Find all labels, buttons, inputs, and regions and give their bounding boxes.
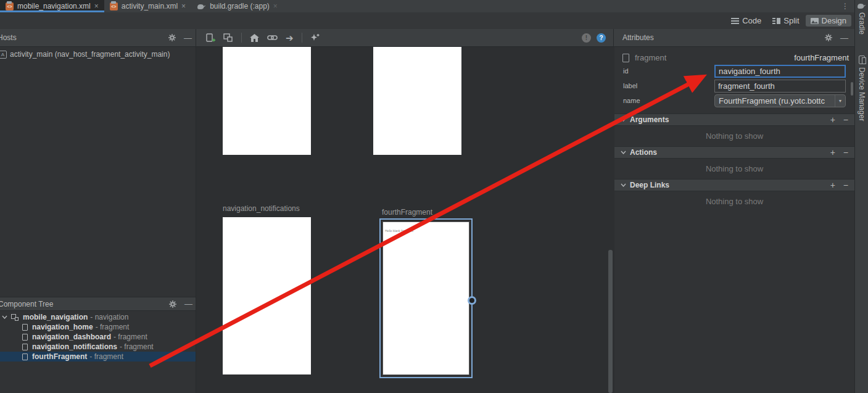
gradle-icon: [197, 3, 206, 10]
attribute-row-name: name FourthFragment (ru.yotc.bottc ▼: [614, 94, 854, 109]
close-icon[interactable]: ×: [273, 2, 278, 10]
destination-preview-dashboard[interactable]: [373, 47, 461, 155]
device-manager-icon[interactable]: [859, 56, 865, 64]
navigation-graph-icon: [11, 314, 19, 321]
design-view-label: Design: [822, 16, 846, 25]
chevron-down-icon: [621, 118, 626, 122]
xml-file-icon: <>: [6, 2, 14, 10]
assign-start-destination-icon[interactable]: [250, 34, 259, 42]
device-manager-tool-button[interactable]: Device Manager: [858, 67, 866, 121]
attributes-scrollbar[interactable]: [851, 82, 853, 96]
tab-label: build.gradle (:app): [210, 2, 270, 10]
action-handle[interactable]: [468, 296, 476, 305]
fragment-preview-content: Hello blank fragment: [382, 221, 469, 375]
action-arrow-icon[interactable]: ➔: [286, 33, 294, 43]
code-view-button[interactable]: Code: [726, 15, 766, 27]
deep-link-icon[interactable]: [267, 35, 278, 41]
destination-preview-notifications[interactable]: [223, 217, 311, 374]
gear-icon[interactable]: [168, 33, 176, 42]
tab-mobile-navigation[interactable]: <> mobile_navigation.xml ×: [0, 0, 104, 12]
attribute-row-id: id navigation_fourth: [614, 64, 854, 79]
add-destination-icon[interactable]: [206, 33, 215, 43]
destination-preview-fourth-selected[interactable]: Hello blank fragment: [379, 218, 473, 378]
tree-item-navigation-home[interactable]: navigation_home - fragment: [0, 322, 196, 332]
android-studio-window: <> mobile_navigation.xml × <> activity_m…: [0, 0, 868, 393]
fragment-icon: [22, 334, 28, 341]
host-item-activity-main[interactable]: A activity_main (nav_host_fragment_activ…: [0, 50, 196, 59]
tree-item-navigation-dashboard[interactable]: navigation_dashboard - fragment: [0, 332, 196, 342]
tab-build-gradle[interactable]: build.gradle (:app) ×: [191, 0, 283, 12]
right-tool-stripe: Gradle Device Manager: [854, 0, 868, 393]
hide-panel-icon[interactable]: —: [184, 300, 192, 308]
component-tree-title: Component Tree: [0, 300, 53, 308]
design-view-button[interactable]: Design: [806, 15, 851, 27]
tree-item-fourth-fragment[interactable]: fourthFragment - fragment: [0, 352, 196, 362]
deep-links-section-header[interactable]: Deep Links + −: [614, 179, 854, 191]
tree-item-type: - fragment: [120, 342, 154, 351]
nested-graph-icon[interactable]: [223, 33, 233, 42]
design-view-icon: [811, 18, 819, 24]
label-field-input[interactable]: fragment_fourth: [714, 80, 846, 93]
name-field-dropdown[interactable]: FourthFragment (ru.yotc.bottc ▼: [714, 94, 846, 107]
gradle-tool-button[interactable]: Gradle: [858, 12, 866, 35]
design-surface[interactable]: navigation_notifications fourthFragment …: [197, 47, 614, 393]
fragment-icon: [22, 344, 28, 350]
tree-item-name: navigation_dashboard: [32, 333, 111, 341]
actions-section-header[interactable]: Actions + −: [614, 146, 854, 159]
split-view-icon: [772, 18, 780, 24]
tree-item-type: - fragment: [96, 323, 130, 331]
tab-label: activity_main.xml: [122, 2, 178, 10]
hide-panel-icon[interactable]: —: [184, 34, 192, 42]
help-icon[interactable]: ?: [597, 33, 606, 43]
gradle-icon[interactable]: [857, 2, 866, 9]
host-item-label: activity_main (nav_host_fragment_activit…: [10, 50, 170, 59]
destination-label-fourth[interactable]: fourthFragment: [382, 208, 432, 217]
component-tree-header: Component Tree —: [0, 297, 196, 311]
attributes-panel: fragment fourthFragment id navigation_fo…: [614, 47, 854, 393]
auto-arrange-icon[interactable]: [310, 33, 320, 42]
add-icon[interactable]: +: [830, 148, 835, 157]
close-icon[interactable]: ×: [181, 2, 186, 10]
split-view-label: Split: [783, 16, 799, 25]
tree-item-navigation-notifications[interactable]: navigation_notifications - fragment: [0, 342, 196, 352]
code-view-icon: [731, 18, 739, 24]
tree-item-mobile-navigation[interactable]: mobile_navigation - navigation: [0, 312, 196, 322]
hide-panel-icon[interactable]: —: [840, 34, 848, 42]
destination-preview-home[interactable]: [223, 47, 311, 155]
canvas-vertical-scrollbar[interactable]: [608, 250, 613, 393]
tab-activity-main[interactable]: <> activity_main.xml ×: [104, 0, 191, 12]
attributes-panel-title: Attributes: [622, 33, 654, 42]
close-icon[interactable]: ×: [94, 2, 99, 10]
fragment-icon: [622, 54, 629, 62]
editor-tab-bar: <> mobile_navigation.xml × <> activity_m…: [0, 0, 854, 12]
remove-icon[interactable]: −: [843, 115, 848, 124]
destination-label-notifications[interactable]: navigation_notifications: [223, 204, 300, 213]
id-field-input[interactable]: navigation_fourth: [714, 65, 846, 78]
arguments-empty-text: Nothing to show: [614, 126, 854, 146]
remove-icon[interactable]: −: [843, 181, 848, 189]
actions-empty-text: Nothing to show: [614, 159, 854, 179]
id-field-label: id: [623, 67, 629, 75]
label-field-label: label: [623, 82, 637, 89]
editor-mode-toolbar: Code Split Design: [0, 12, 854, 29]
name-field-label: name: [623, 97, 640, 104]
tree-item-name: navigation_notifications: [32, 342, 117, 351]
xml-file-icon: <>: [110, 2, 118, 10]
chevron-down-icon[interactable]: [2, 315, 7, 319]
section-title: Actions: [630, 148, 657, 157]
hosts-panel-title: Hosts: [0, 33, 17, 42]
arguments-section-header[interactable]: Arguments + −: [614, 114, 854, 126]
add-icon[interactable]: +: [830, 115, 835, 124]
gear-icon[interactable]: [824, 33, 833, 42]
preview-hello-text: Hello blank fragment: [385, 229, 413, 233]
split-view-button[interactable]: Split: [767, 15, 804, 27]
errors-icon[interactable]: !: [582, 33, 591, 43]
hosts-panel-header: Hosts —: [0, 29, 196, 46]
component-type: fragment: [635, 53, 666, 62]
remove-icon[interactable]: −: [843, 148, 848, 157]
name-field-value: FourthFragment (ru.yotc.bottc: [715, 96, 835, 105]
section-title: Deep Links: [630, 181, 669, 189]
gear-icon[interactable]: [168, 300, 177, 308]
add-icon[interactable]: +: [830, 181, 835, 189]
more-options-icon[interactable]: ⋮: [841, 2, 849, 10]
